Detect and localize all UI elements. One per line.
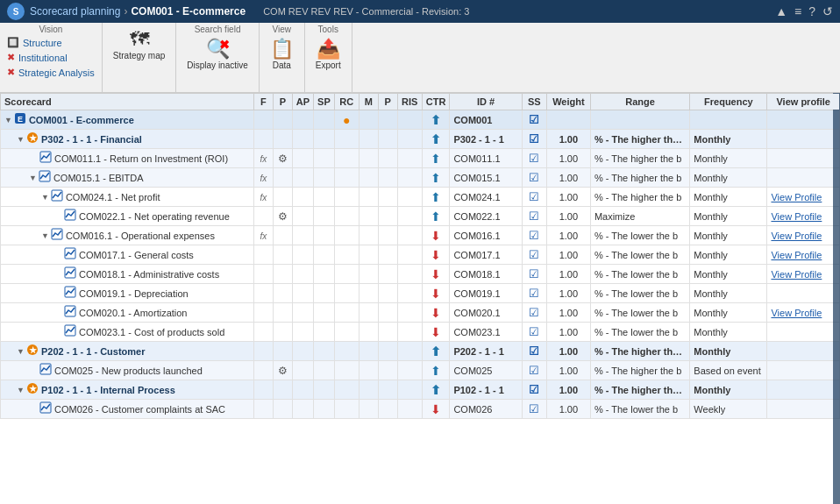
checkbox-icon[interactable]: ☑ xyxy=(529,325,539,338)
row-p-cell xyxy=(273,342,292,361)
checkbox-icon[interactable]: ☑ xyxy=(529,248,539,261)
row-name-cell: COM017.1 - General costs xyxy=(1,245,254,265)
row-name-text: COM015.1 - EBITDA xyxy=(53,173,144,183)
row-range-cell: % - The lower the b xyxy=(590,265,689,284)
checkbox-icon[interactable]: ☑ xyxy=(529,383,539,396)
checkbox-icon[interactable]: ☑ xyxy=(529,171,539,184)
view-profile-link[interactable]: View Profile xyxy=(771,308,822,318)
view-profile-link[interactable]: View Profile xyxy=(771,211,822,222)
row-p-cell: ⚙ xyxy=(273,361,292,380)
node-icon xyxy=(64,247,76,262)
expand-icon[interactable]: ▼ xyxy=(4,116,12,124)
row-frequency-cell: Weekly xyxy=(690,400,767,419)
row-range-cell: % - The higher the b xyxy=(590,361,689,380)
topbar-up-icon[interactable]: ▲ xyxy=(775,4,787,18)
row-name-cell: ▼★P202 - 1 - 1 - Customer xyxy=(1,342,254,361)
expand-icon[interactable]: ▼ xyxy=(17,135,25,144)
strategy-map-btn[interactable]: 🗺 Strategy map xyxy=(108,26,170,62)
checkbox-icon[interactable]: ☑ xyxy=(529,306,539,319)
scroll-indicator[interactable] xyxy=(833,93,840,504)
row-range-cell: % - The lower the b xyxy=(590,303,689,323)
view-profile-link[interactable]: View Profile xyxy=(771,192,822,202)
row-frequency-cell: Monthly xyxy=(690,380,767,400)
gear-icon[interactable]: ⚙ xyxy=(278,365,288,377)
row-view-profile-cell: View Profile xyxy=(767,265,840,284)
row-view-profile-cell xyxy=(767,361,840,380)
row-id-cell: COM025 xyxy=(450,361,523,380)
checkbox-icon[interactable]: ☑ xyxy=(529,344,539,358)
structure-btn[interactable]: 🔲 Structure xyxy=(5,36,96,49)
row-p2-cell xyxy=(378,110,397,130)
table-row: ▼★P202 - 1 - 1 - Customer⬆P202 - 1 - 1☑1… xyxy=(1,342,840,361)
row-ris-cell xyxy=(397,342,422,361)
row-name-text: COM019.1 - Depreciation xyxy=(79,288,189,299)
view-label-sec: View xyxy=(265,25,299,34)
data-btn[interactable]: 📋 Data xyxy=(265,36,299,72)
ctr-arrow-icon: ⬇ xyxy=(431,267,441,281)
view-profile-link[interactable]: View Profile xyxy=(771,250,822,260)
row-name-cell: COM026 - Customer complaints at SAC xyxy=(1,400,254,419)
row-sp-cell xyxy=(314,342,335,361)
fx-icon: fx xyxy=(260,174,267,183)
row-ap-cell xyxy=(292,149,313,168)
ctr-arrow-icon: ⬆ xyxy=(431,190,441,204)
breadcrumb-app[interactable]: Scorecard planning xyxy=(30,5,120,18)
expand-icon[interactable]: ▼ xyxy=(41,231,49,240)
strategy-tools: 🗺 Strategy map xyxy=(108,26,170,62)
topbar-refresh-icon[interactable]: ↺ xyxy=(822,4,833,18)
row-ss-cell: ☑ xyxy=(522,400,546,419)
row-m-cell xyxy=(359,245,378,265)
checkbox-icon[interactable]: ☑ xyxy=(529,190,539,203)
row-f-cell xyxy=(253,380,273,400)
checkbox-icon[interactable]: ☑ xyxy=(529,209,539,223)
row-id-cell: COM017.1 xyxy=(450,245,523,265)
app-logo: S xyxy=(7,3,25,20)
checkbox-icon[interactable]: ☑ xyxy=(529,152,539,165)
institutional-btn[interactable]: ✖ Institutional xyxy=(5,51,96,64)
row-frequency-cell: Monthly xyxy=(690,303,767,323)
row-p2-cell xyxy=(378,245,397,265)
display-inactive-btn[interactable]: 🔍 ✖ Display inactive xyxy=(182,36,253,72)
row-view-profile-cell: View Profile xyxy=(767,245,840,265)
row-f-cell xyxy=(253,207,273,226)
row-name-cell: COM025 - New products launched xyxy=(1,361,254,380)
row-ap-cell xyxy=(292,323,313,342)
row-rc-cell: ● xyxy=(334,110,359,130)
expand-icon[interactable]: ▼ xyxy=(29,174,37,182)
export-btn[interactable]: 📤 Export xyxy=(310,36,346,72)
row-id-cell: COM023.1 xyxy=(450,323,523,342)
expand-icon[interactable]: ▼ xyxy=(41,193,49,202)
view-profile-link[interactable]: View Profile xyxy=(771,231,822,241)
row-id-cell: COM016.1 xyxy=(450,226,523,245)
checkbox-icon[interactable]: ☑ xyxy=(529,132,539,146)
strategic-analysis-btn[interactable]: ✖ Strategic Analysis xyxy=(5,66,96,79)
checkbox-icon[interactable]: ☑ xyxy=(529,287,539,300)
checkbox-icon[interactable]: ☑ xyxy=(529,267,539,280)
view-profile-link[interactable]: View Profile xyxy=(771,269,822,280)
expand-icon[interactable]: ▼ xyxy=(17,386,25,394)
checkbox-icon[interactable]: ☑ xyxy=(529,113,539,126)
row-sp-cell xyxy=(314,323,335,342)
row-ap-cell xyxy=(292,303,313,323)
row-ctr-cell: ⬆ xyxy=(422,168,450,188)
row-weight-cell: 1.00 xyxy=(546,303,590,323)
row-rc-cell xyxy=(334,284,359,303)
topbar-help-icon[interactable]: ? xyxy=(808,4,815,18)
node-icon: ★ xyxy=(26,382,39,397)
checkbox-icon[interactable]: ☑ xyxy=(529,402,539,415)
checkbox-icon[interactable]: ☑ xyxy=(529,229,539,242)
checkbox-icon[interactable]: ☑ xyxy=(529,364,539,377)
node-icon xyxy=(39,151,52,166)
breadcrumb-sep: › xyxy=(124,5,127,18)
view-tools: 📋 Data xyxy=(265,36,299,72)
row-ris-cell xyxy=(397,188,422,207)
gear-icon[interactable]: ⚙ xyxy=(278,210,288,223)
row-name-text: COM018.1 - Administrative costs xyxy=(79,269,219,280)
topbar-list-icon[interactable]: ≡ xyxy=(794,4,801,18)
col-frequency: Frequency xyxy=(690,94,767,110)
row-frequency-cell: Monthly xyxy=(690,207,767,226)
row-weight-cell: 1.00 xyxy=(546,207,590,226)
gear-icon[interactable]: ⚙ xyxy=(278,153,288,165)
expand-icon[interactable]: ▼ xyxy=(17,347,25,356)
row-rc-cell xyxy=(334,168,359,188)
